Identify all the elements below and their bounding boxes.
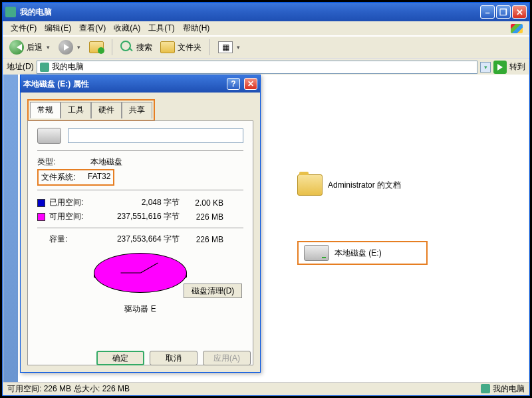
capacity-bytes: 237,553,664 字节 (100, 234, 180, 245)
separator (37, 228, 243, 228)
item-label: 本地磁盘 (E:) (334, 248, 421, 259)
dialog-buttons: 确定 取消 应用(A) (96, 351, 251, 365)
forward-icon (59, 40, 73, 55)
item-label: Administrator 的文档 (328, 180, 414, 191)
separator (112, 39, 112, 55)
go-button[interactable] (493, 61, 507, 74)
window-title: 我的电脑 (20, 7, 480, 18)
separator (209, 39, 210, 55)
item-documents[interactable]: Administrator 的文档 (297, 174, 414, 196)
status-free: 可用空间: 226 MB (7, 383, 71, 395)
dialog-close-button[interactable]: ✕ (244, 78, 257, 90)
separator (37, 150, 243, 151)
menu-view[interactable]: 查看(V) (75, 21, 110, 35)
menu-tools[interactable]: 工具(T) (144, 21, 178, 35)
usage-section: 已用空间: 2,048 字节 2.00 KB 可用空间: 237,551,616… (37, 196, 243, 246)
search-button[interactable]: 搜索 (118, 39, 155, 55)
used-swatch (37, 199, 45, 207)
help-button[interactable]: ? (227, 78, 240, 90)
capacity-size: 226 MB (184, 235, 223, 244)
folder-icon (160, 41, 175, 53)
address-bar: 地址(D) 我的电脑 ▾ 转到 (3, 59, 529, 75)
apply-button[interactable]: 应用(A) (203, 351, 251, 365)
drive-icon (37, 128, 61, 144)
drive-icon (304, 245, 329, 261)
views-icon: ▦ (218, 41, 233, 53)
search-label: 搜索 (136, 42, 152, 53)
dialog-titlebar[interactable]: 本地磁盘 (E:) 属性 ? ✕ (21, 75, 260, 93)
cancel-button[interactable]: 取消 (150, 351, 198, 365)
up-button[interactable] (86, 40, 106, 55)
type-label: 类型: (37, 156, 90, 168)
address-value: 我的电脑 (52, 61, 84, 73)
folder-up-icon (89, 41, 104, 53)
back-button[interactable]: 后退 ▾ (7, 39, 53, 56)
folder-icon (297, 174, 323, 196)
menu-favorites[interactable]: 收藏(A) (110, 21, 144, 35)
capacity-label: 容量: (49, 234, 96, 245)
filesystem-highlight: 文件系统: FAT32 (37, 169, 114, 186)
back-label: 后退 (27, 42, 43, 53)
chevron-down-icon[interactable]: ▾ (45, 42, 51, 53)
chart-label: 驱动器 E (37, 303, 243, 315)
menu-help[interactable]: 帮助(H) (179, 21, 214, 35)
maximize-button[interactable]: ❐ (496, 5, 511, 19)
computer-icon (40, 63, 49, 72)
disk-cleanup-button[interactable]: 磁盘清理(D) (184, 284, 242, 298)
tab-general[interactable]: 常规 (30, 102, 61, 118)
tab-hardware[interactable]: 硬件 (91, 102, 122, 118)
computer-icon (5, 7, 16, 17)
tab-strip: 常规 工具 硬件 共享 (27, 99, 155, 121)
computer-icon (481, 384, 490, 393)
forward-button[interactable]: ▾ (56, 39, 84, 56)
used-bytes: 2,048 字节 (100, 197, 180, 208)
separator (37, 190, 243, 190)
dialog-title: 本地磁盘 (E:) 属性 (23, 79, 223, 90)
close-button[interactable]: ✕ (512, 5, 527, 19)
folders-label: 文件夹 (178, 42, 201, 53)
address-dropdown[interactable]: ▾ (480, 62, 491, 73)
back-icon (9, 40, 24, 55)
xp-logo-icon (507, 21, 527, 36)
side-panel (3, 75, 18, 382)
dialog-body: 常规 工具 硬件 共享 类型: 本地磁盘 文件系统: FAT32 (21, 93, 260, 372)
status-total: 总大小: 226 MB (74, 383, 130, 395)
statusbar: 可用空间: 226 MB 总大小: 226 MB 我的电脑 (3, 382, 529, 395)
free-label: 可用空间: (49, 211, 96, 222)
filesystem-label: 文件系统: (41, 172, 88, 183)
used-size: 2.00 KB (184, 198, 223, 208)
tab-sharing[interactable]: 共享 (122, 102, 152, 118)
views-button[interactable]: ▦ ▾ (215, 40, 243, 55)
address-label: 地址(D) (7, 61, 34, 73)
menu-file[interactable]: 文件(F) (7, 21, 41, 35)
status-right: 我的电脑 (493, 383, 525, 395)
menu-edit[interactable]: 编辑(E) (41, 21, 75, 35)
toolbar: 后退 ▾ ▾ 搜索 文件夹 ▦ ▾ (3, 36, 529, 59)
type-value: 本地磁盘 (90, 156, 243, 168)
chevron-down-icon[interactable]: ▾ (235, 42, 241, 53)
tab-tools[interactable]: 工具 (61, 102, 91, 118)
folders-button[interactable]: 文件夹 (158, 40, 204, 55)
free-swatch (37, 213, 45, 221)
free-size: 226 MB (184, 212, 223, 222)
minimize-button[interactable]: – (480, 5, 495, 19)
chevron-down-icon[interactable]: ▾ (76, 42, 81, 53)
volume-label-input[interactable] (68, 128, 243, 143)
used-label: 已用空间: (49, 197, 96, 208)
go-label: 转到 (509, 61, 525, 73)
address-input[interactable]: 我的电脑 (37, 61, 477, 74)
titlebar[interactable]: 我的电脑 – ❐ ✕ (3, 3, 529, 21)
free-bytes: 237,551,616 字节 (100, 211, 180, 222)
ok-button[interactable]: 确定 (96, 351, 144, 365)
search-icon (120, 41, 134, 54)
menubar: 文件(F) 编辑(E) 查看(V) 收藏(A) 工具(T) 帮助(H) (3, 21, 529, 36)
properties-dialog: 本地磁盘 (E:) 属性 ? ✕ 常规 工具 硬件 共享 类型: 本地磁盘 文件… (20, 75, 261, 373)
tab-panel-general: 类型: 本地磁盘 文件系统: FAT32 已用空间: 2,048 字节 2.00… (27, 120, 253, 365)
item-drive-e[interactable]: 本地磁盘 (E:) (297, 241, 428, 265)
filesystem-value: FAT32 (88, 172, 110, 183)
